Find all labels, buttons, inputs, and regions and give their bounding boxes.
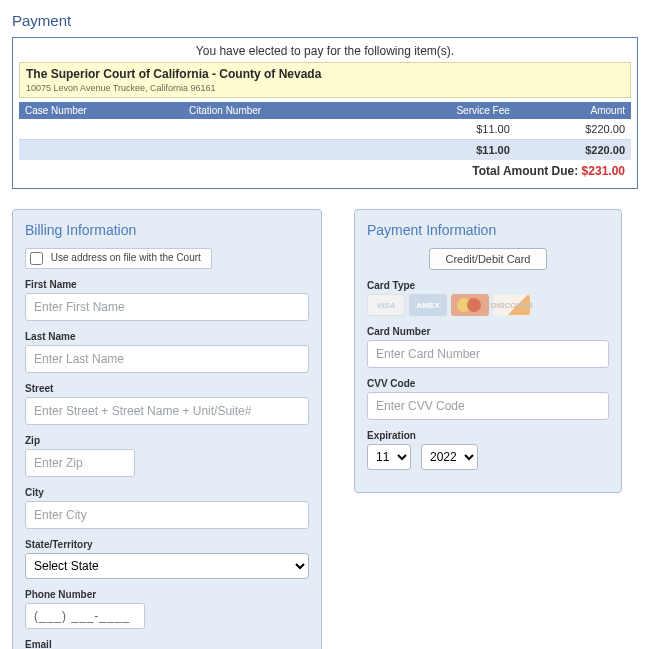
col-case: Case Number	[19, 102, 183, 119]
table-header-row: Case Number Citation Number Service Fee …	[19, 102, 631, 119]
phone-input[interactable]	[25, 603, 145, 629]
payment-panel: Payment Information Credit/Debit Card Ca…	[354, 209, 622, 493]
tab-credit-card[interactable]: Credit/Debit Card	[429, 248, 548, 270]
cvv-label: CVV Code	[367, 378, 609, 389]
zip-label: Zip	[25, 435, 309, 446]
exp-year-select[interactable]: 2022	[421, 444, 478, 470]
cell-case	[19, 119, 183, 140]
col-fee: Service Fee	[370, 102, 515, 119]
street-label: Street	[25, 383, 309, 394]
city-label: City	[25, 487, 309, 498]
card-number-input[interactable]	[367, 340, 609, 368]
cell-citation	[183, 119, 370, 140]
exp-month-select[interactable]: 11	[367, 444, 411, 470]
expiration-label: Expiration	[367, 430, 609, 441]
grand-total-value: $231.00	[582, 164, 625, 178]
city-input[interactable]	[25, 501, 309, 529]
col-amount: Amount	[516, 102, 631, 119]
page-title: Payment	[12, 12, 638, 29]
court-name: The Superior Court of California - Count…	[26, 67, 624, 81]
state-select[interactable]: Select State	[25, 553, 309, 579]
first-name-label: First Name	[25, 279, 309, 290]
email-label: Email	[25, 639, 309, 649]
court-header: The Superior Court of California - Count…	[19, 62, 631, 98]
card-type-label: Card Type	[367, 280, 609, 291]
items-table: Case Number Citation Number Service Fee …	[19, 102, 631, 182]
amex-icon[interactable]: AMEX	[409, 294, 447, 316]
court-address: 10075 Levon Avenue Truckee, California 9…	[26, 81, 624, 93]
card-number-label: Card Number	[367, 326, 609, 337]
cvv-input[interactable]	[367, 392, 609, 420]
subtotal-row: $11.00 $220.00	[19, 140, 631, 161]
grand-total-row: Total Amount Due: $231.00	[19, 160, 631, 182]
cell-fee: $11.00	[370, 119, 515, 140]
cell-amount: $220.00	[516, 119, 631, 140]
last-name-input[interactable]	[25, 345, 309, 373]
billing-title: Billing Information	[25, 222, 309, 238]
elected-text: You have elected to pay for the followin…	[19, 44, 631, 58]
zip-input[interactable]	[25, 449, 135, 477]
use-address-checkbox[interactable]	[30, 252, 43, 265]
billing-panel: Billing Information Use address on file …	[12, 209, 322, 649]
visa-icon[interactable]: VISA	[367, 294, 405, 316]
last-name-label: Last Name	[25, 331, 309, 342]
card-type-row: VISA AMEX DISCOVER	[367, 294, 609, 316]
table-row: $11.00 $220.00	[19, 119, 631, 140]
first-name-input[interactable]	[25, 293, 309, 321]
col-citation: Citation Number	[183, 102, 370, 119]
payment-summary-box: You have elected to pay for the followin…	[12, 37, 638, 189]
street-input[interactable]	[25, 397, 309, 425]
grand-total-label: Total Amount Due:	[472, 164, 581, 178]
use-address-label: Use address on file with the Court	[51, 252, 201, 263]
payment-title: Payment Information	[367, 222, 609, 238]
phone-label: Phone Number	[25, 589, 309, 600]
discover-icon[interactable]: DISCOVER	[493, 294, 531, 316]
subtotal-amount: $220.00	[516, 140, 631, 161]
state-label: State/Territory	[25, 539, 309, 550]
subtotal-fee: $11.00	[370, 140, 515, 161]
use-address-wrapper[interactable]: Use address on file with the Court	[25, 248, 212, 269]
mastercard-icon[interactable]	[451, 294, 489, 316]
